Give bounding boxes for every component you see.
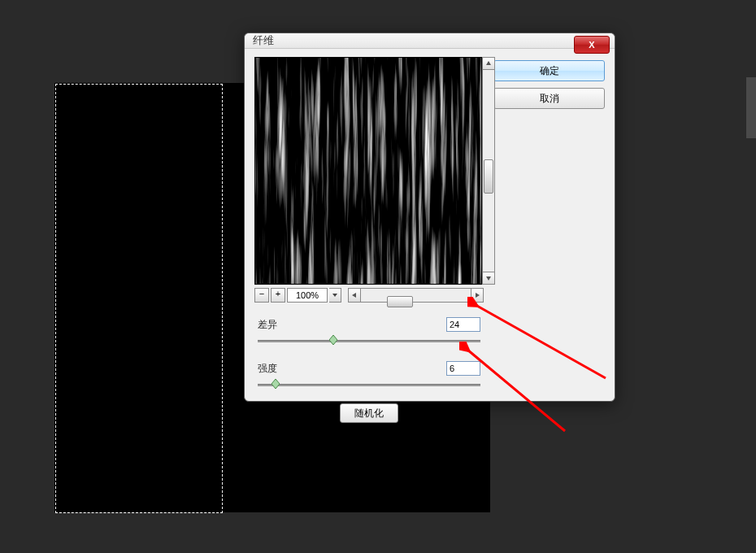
- zoom-in-button[interactable]: +: [271, 288, 285, 303]
- svg-marker-5: [352, 293, 356, 298]
- zoom-dropdown-button[interactable]: [329, 288, 341, 303]
- zoom-value[interactable]: 100%: [287, 288, 328, 303]
- preview-vertical-scrollbar[interactable]: [482, 57, 495, 285]
- filter-preview[interactable]: [254, 57, 482, 285]
- dialog-left-column: − + 100%: [254, 57, 484, 423]
- scroll-right-icon[interactable]: [471, 289, 483, 302]
- dialog-body: − + 100%: [245, 49, 615, 433]
- fibers-dialog: 纤维 X: [244, 33, 615, 402]
- hscroll-thumb[interactable]: [387, 296, 413, 307]
- variance-slider[interactable]: [258, 335, 480, 346]
- cancel-label: 取消: [540, 92, 559, 106]
- variance-group: 差异: [254, 317, 484, 346]
- strength-group: 强度: [254, 361, 484, 390]
- svg-marker-7: [329, 335, 337, 345]
- dialog-right-column: 确定 取消: [493, 57, 605, 423]
- randomize-button[interactable]: 随机化: [340, 403, 398, 423]
- strength-label: 强度: [258, 362, 277, 376]
- svg-marker-6: [476, 293, 480, 298]
- zoom-out-button[interactable]: −: [254, 288, 269, 303]
- scroll-down-icon[interactable]: [483, 272, 494, 284]
- svg-marker-4: [332, 294, 337, 297]
- dialog-titlebar[interactable]: 纤维 X: [245, 33, 615, 49]
- dialog-title: 纤维: [253, 33, 274, 48]
- strength-slider[interactable]: [258, 379, 480, 390]
- cancel-button[interactable]: 取消: [493, 88, 605, 109]
- strength-slider-handle[interactable]: [272, 379, 280, 389]
- scroll-left-icon[interactable]: [349, 289, 361, 302]
- slider-rail: [258, 340, 480, 342]
- slider-rail: [258, 384, 480, 386]
- svg-marker-2: [486, 61, 491, 65]
- fibers-texture: [255, 58, 481, 284]
- right-panel-stub: [746, 77, 756, 138]
- ok-label: 确定: [540, 64, 559, 78]
- preview-horizontal-scrollbar[interactable]: [348, 288, 484, 303]
- vscroll-thumb[interactable]: [484, 159, 493, 194]
- minus-icon: −: [259, 289, 264, 298]
- scroll-up-icon[interactable]: [483, 58, 494, 70]
- ok-button[interactable]: 确定: [493, 60, 605, 81]
- randomize-label: 随机化: [354, 407, 384, 420]
- variance-label: 差异: [258, 318, 277, 332]
- close-button[interactable]: X: [574, 36, 610, 54]
- chevron-down-icon: [332, 292, 338, 298]
- zoom-controls: − + 100%: [254, 288, 484, 303]
- svg-rect-1: [255, 58, 481, 284]
- strength-input[interactable]: [446, 361, 480, 376]
- variance-slider-handle[interactable]: [329, 335, 337, 345]
- svg-marker-3: [486, 276, 491, 281]
- close-icon: X: [589, 40, 594, 50]
- randomize-row: 随机化: [254, 403, 484, 423]
- plus-icon: +: [276, 289, 280, 298]
- svg-marker-8: [272, 379, 280, 389]
- variance-input[interactable]: [446, 317, 480, 332]
